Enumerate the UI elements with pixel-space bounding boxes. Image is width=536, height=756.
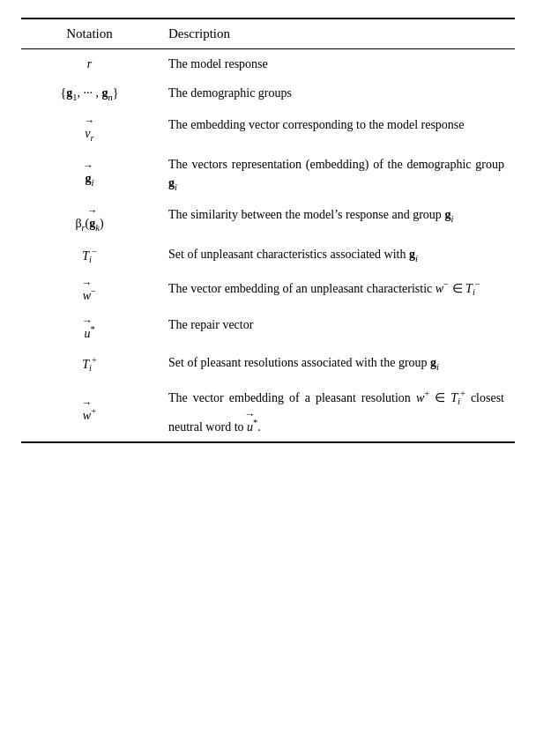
description-cell: Set of unpleasant characteristics associ… — [158, 240, 515, 272]
table-row: {g1, ··· , gn}The demographic groups — [21, 78, 515, 110]
notation-cell: →gi — [21, 150, 158, 200]
notation-cell: →w− — [21, 272, 158, 310]
description-column-header: Description — [158, 19, 515, 49]
notation-column-header: Notation — [21, 19, 158, 49]
table-row: Ti−Set of unpleasant characteristics ass… — [21, 240, 515, 272]
notation-cell: →w+ — [21, 382, 158, 441]
notation-cell: Ti+ — [21, 348, 158, 381]
description-cell: The vectors representation (embedding) o… — [158, 150, 515, 200]
table-row: βr(→gk)The similarity between the model’… — [21, 200, 515, 241]
notation-cell: Ti− — [21, 240, 158, 272]
notation-table: Notation Description rThe model response… — [21, 19, 515, 441]
notation-cell: βr(→gk) — [21, 200, 158, 241]
description-cell: The similarity between the model’s respo… — [158, 200, 515, 241]
description-cell: Set of pleasant resolutions associated w… — [158, 348, 515, 381]
table-row: rThe model response — [21, 49, 515, 79]
table-row: →giThe vectors representation (embedding… — [21, 150, 515, 200]
description-cell: The demographic groups — [158, 78, 515, 110]
notation-cell: →vr — [21, 110, 158, 151]
notation-cell: {g1, ··· , gn} — [21, 78, 158, 110]
description-cell: The vector embedding of an unpleasant ch… — [158, 272, 515, 310]
description-cell: The model response — [158, 49, 515, 79]
notation-cell: →u* — [21, 310, 158, 348]
table-row: →vrThe embedding vector corresponding to… — [21, 110, 515, 151]
table-header-row: Notation Description — [21, 19, 515, 49]
description-cell: The embedding vector corresponding to th… — [158, 110, 515, 151]
description-cell: The vector embedding of a pleasant resol… — [158, 382, 515, 441]
table-row: →w+The vector embedding of a pleasant re… — [21, 382, 515, 441]
description-cell: The repair vector — [158, 310, 515, 348]
table-row: Ti+Set of pleasant resolutions associate… — [21, 348, 515, 381]
table-row: →w−The vector embedding of an unpleasant… — [21, 272, 515, 310]
notation-table-wrapper: Notation Description rThe model response… — [21, 18, 515, 443]
table-row: →u*The repair vector — [21, 310, 515, 348]
notation-cell: r — [21, 49, 158, 79]
